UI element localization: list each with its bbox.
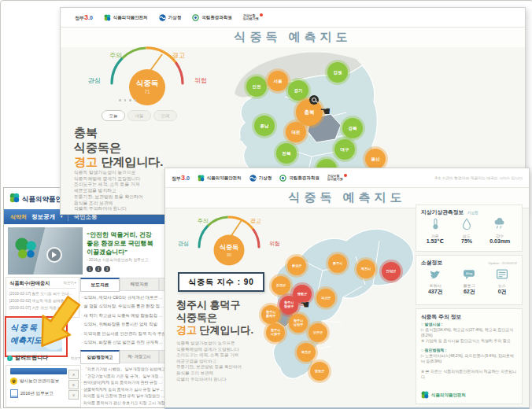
- nier-logo[interactable]: 국립환경과학원: [279, 175, 320, 182]
- region-marker-gangwon[interactable]: 강원: [327, 62, 348, 83]
- tab-revision-notice[interactable]: 제· 개정고시: [120, 350, 159, 363]
- region-marker-ulsan[interactable]: 울산: [365, 149, 386, 169]
- nav-item-info[interactable]: 정보공개: [31, 213, 55, 221]
- region-marker-chungbuk-selected[interactable]: 충북: [296, 99, 323, 126]
- newspaper-icon: [496, 268, 508, 280]
- carousel-dots: [119, 99, 136, 101]
- nav-item-highlight[interactable]: 식약처: [10, 213, 27, 221]
- weather-source: 기상청: [467, 210, 478, 215]
- region-marker-daegu[interactable]: 대구: [334, 139, 355, 160]
- tab-clarifications[interactable]: 해명자료: [120, 278, 159, 291]
- carousel-up-button[interactable]: ∧: [68, 370, 79, 379]
- district-marker-heungdeok[interactable]: 청주시 흥덕구: [261, 305, 280, 324]
- district-marker-goesan[interactable]: 괴산군: [316, 289, 335, 308]
- district-marker-chungju[interactable]: 충주시: [328, 254, 347, 273]
- district-marker-yeongdong[interactable]: 영동군: [310, 362, 329, 381]
- gauge-label-caution: 주의: [198, 218, 209, 223]
- screenshot-frame: 식품의약품안전처 식약처 정보공개 ▼ 국민소통: [0, 0, 532, 409]
- dot: [124, 99, 127, 101]
- weather-rain: 강수 0.03mm: [490, 217, 510, 245]
- dot: [135, 99, 137, 101]
- pagination-dot-3[interactable]: 3: [104, 266, 110, 272]
- tab-day-after[interactable]: 모레: [153, 110, 177, 121]
- kma-wave-icon: [159, 14, 166, 21]
- kma-logo[interactable]: 기상청: [249, 175, 272, 182]
- carousel-down-button[interactable]: ∨: [68, 390, 79, 400]
- gauge-badge-value: 71: [144, 89, 150, 94]
- district-marker-jincheon[interactable]: 진천군: [272, 276, 290, 295]
- news-item[interactable]: 설 명절 식약처장, 수입식품 통관 현장 점검 실시: [81, 302, 166, 311]
- region-marker-jeonbuk[interactable]: 전북: [276, 143, 297, 164]
- region-marker-incheon[interactable]: 인천: [246, 76, 267, 97]
- play-button[interactable]: [46, 247, 62, 263]
- law-item[interactable]: 의약품 등의 안전에 관한 규칙 일부개정령안 입법: [81, 392, 166, 400]
- district-marker-boeun[interactable]: 보은군: [308, 323, 327, 342]
- agency-logo-row: 정부3.0 식품의약품안전처 기상청 국립환경과학원 건강보험심사평가원 4개 …: [165, 168, 529, 187]
- region-marker-seoul[interactable]: 서울: [268, 71, 288, 91]
- news-item[interactable]: 식약처, 화장품 산업 발전을 위한 규제혁신 추진: [81, 338, 166, 347]
- news-item[interactable]: 식약처, 제약사 CEO와 규제개선 대토론회 개최: [81, 293, 166, 302]
- region-marker-gyeonggi[interactable]: 경기: [288, 80, 308, 101]
- carousel-pause-button[interactable]: ≡: [68, 380, 79, 389]
- tab-legislation-notice[interactable]: 입법/행정예고: [80, 350, 120, 364]
- district-marker-sangdang[interactable]: 청주시 상당구: [289, 314, 308, 333]
- island: [247, 162, 250, 164]
- tab-today[interactable]: 오늘: [102, 110, 125, 121]
- gauge-label-interest: 관심: [178, 241, 189, 246]
- hira-logo[interactable]: 건강보험심사평가원: [243, 14, 263, 21]
- window-content: 관심 주의 경고 위험 식중독 90 식중독 지수 : 90 청주시 흥덕구 식…: [165, 208, 529, 407]
- nier-circle-icon: [279, 175, 286, 182]
- mfds-logo[interactable]: 식품의약품안전처: [104, 14, 148, 21]
- headline-level: 경고: [176, 324, 197, 336]
- law-item[interactable]: 「건강기능식품의 기준 및 규격」 일부개정고시안: [81, 373, 166, 380]
- tab-press-releases[interactable]: 보도자료: [80, 278, 120, 292]
- radiation-icon: ☢: [10, 378, 17, 385]
- district-marker-okcheon[interactable]: 옥천군: [297, 343, 316, 362]
- district-marker-jecheon[interactable]: 제천시: [357, 260, 375, 278]
- region-marker-daejeon[interactable]: 대전: [286, 122, 306, 142]
- gov30-logo[interactable]: 정부3.0: [172, 174, 190, 182]
- news-item[interactable]: 식약처, 위해화장품 유통시킨 업체 적발: [81, 320, 166, 329]
- region-marker-chungnam[interactable]: 충남: [254, 116, 275, 136]
- nier-logo[interactable]: 국립환경과학원: [192, 14, 232, 21]
- clover-icon: [421, 391, 429, 399]
- clover-icon: [104, 14, 111, 21]
- weather-temp: 기온 1.53℃: [427, 217, 444, 245]
- headline-subject: 식중독은: [74, 141, 163, 156]
- law-item[interactable]: 「의료기기법 시행령」 일부개정령안 입법예고: [81, 366, 166, 373]
- description-line: 음식물 조리 보관에: [74, 201, 143, 207]
- news-item[interactable]: 새 학기 학교급식 식중독 예방 합동점검 시행계획: [81, 311, 166, 320]
- notice-banner-sliver[interactable]: [10, 368, 67, 374]
- recall-more-link[interactable]: 더보기+: [64, 281, 76, 285]
- pagination-dot-1[interactable]: 1: [87, 266, 93, 272]
- hand-cursor-icon: ☚: [320, 104, 331, 119]
- district-marker-eumseong[interactable]: 음성군: [287, 256, 306, 275]
- recall-title: 식품회수/판매중지: [9, 280, 50, 287]
- law-item[interactable]: 생물학적제제 등의 품목허가 심사 규정 일부개정: [81, 386, 166, 393]
- notice-item[interactable]: 방사능안전관리정보: [20, 378, 59, 385]
- district-marker-cheongwon[interactable]: 청주시 청원구: [279, 296, 298, 315]
- gov30-logo[interactable]: 정부3.0: [75, 13, 93, 22]
- news-item[interactable]: 의약외품 안심사용 안전관리 정책 지속 추진: [81, 330, 166, 338]
- headline-level-line: 경고 단계입니다.: [176, 324, 253, 337]
- gauge-needle: [150, 54, 162, 72]
- zoom-icon[interactable]: [309, 95, 319, 105]
- pagination-dot-2[interactable]: 2: [95, 266, 102, 272]
- hira-logo[interactable]: 건강보험심사평가원: [327, 175, 347, 182]
- social-news: 뉴스 0건: [496, 268, 508, 296]
- law-item[interactable]: 한약(생약)제제 등의 품목허가에 관한 규정 개정안: [81, 379, 166, 386]
- district-marker-seowon[interactable]: 청주시 서원구: [266, 323, 285, 342]
- description-line: 세균오염을 방지하고: [74, 188, 143, 194]
- kma-logo[interactable]: 기상청: [159, 14, 182, 21]
- notice-item[interactable]: 2016년 업무보고: [20, 391, 54, 397]
- district-marker-danyang[interactable]: 단양군: [382, 262, 401, 281]
- law-item[interactable]: 의약품 품목허가 갱신 유효기간 지정 고시 개정: [81, 400, 166, 407]
- region-marker-gyeongbuk[interactable]: 경북: [342, 118, 363, 138]
- tab-tomorrow[interactable]: 내일: [127, 110, 151, 121]
- day-tabs: 오늘 내일 모레: [102, 110, 177, 121]
- description-line: 조리도구는 세척, 소독 등을 거쳐: [176, 352, 242, 359]
- mfds-logo[interactable]: 식품의약품안전처: [198, 175, 242, 182]
- caution-card-title: 식중독 주의 정보: [421, 313, 461, 321]
- video-thumbnail[interactable]: [8, 227, 83, 275]
- dot: [119, 99, 121, 101]
